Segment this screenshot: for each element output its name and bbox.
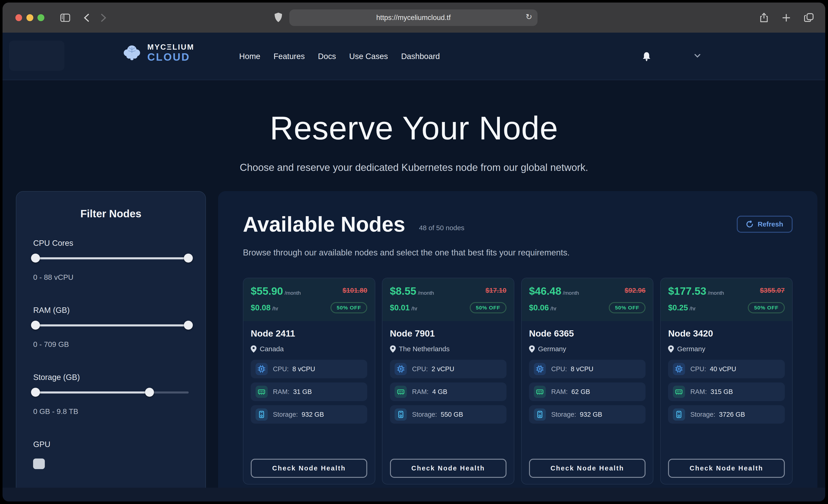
sidebar-toggle-icon[interactable]	[60, 13, 70, 22]
cpu-label: CPU:	[412, 365, 428, 373]
browser-toolbar: https://myceliumcloud.tf ↻	[3, 3, 825, 33]
address-bar[interactable]: https://myceliumcloud.tf ↻	[289, 9, 538, 26]
storage-label: Storage:	[273, 411, 298, 418]
storage-spec-row: Storage: 550 GB	[390, 405, 506, 424]
discount-badge: 50% OFF	[470, 302, 506, 313]
storage-icon	[534, 409, 546, 421]
hourly-price: $0.25	[668, 303, 688, 312]
ram-label: RAM:	[273, 388, 290, 395]
nav-link-docs[interactable]: Docs	[318, 52, 336, 61]
storage-slider[interactable]	[33, 391, 189, 393]
check-node-health-button[interactable]: Check Node Health	[668, 459, 785, 477]
ram-slider-min-handle[interactable]	[31, 321, 40, 330]
filter-label: CPU Cores	[33, 239, 189, 248]
cpu-label: CPU:	[273, 365, 289, 373]
ram-slider[interactable]	[33, 324, 189, 327]
monthly-price: $177.53	[668, 285, 706, 297]
filter-range-text: 0 GB - 9.8 TB	[33, 407, 189, 416]
reload-icon[interactable]: ↻	[526, 12, 532, 22]
new-tab-icon[interactable]	[782, 13, 791, 22]
node-name: Node 3420	[668, 329, 785, 339]
page-subtitle: Choose and reserve your dedicated Kubern…	[3, 162, 825, 173]
check-node-health-button[interactable]: Check Node Health	[390, 459, 506, 477]
node-card: $8.55/month $17.10 $0.01/hr 50% OFF Node…	[382, 278, 514, 485]
refresh-button[interactable]: Refresh	[737, 216, 793, 233]
ram-value: 4 GB	[432, 388, 447, 395]
node-location: Germany	[538, 345, 566, 353]
close-window-button[interactable]	[15, 14, 22, 21]
ram-spec-row: RAM: 62 GB	[529, 382, 646, 401]
monthly-price: $8.55	[390, 285, 416, 297]
storage-label: Storage:	[690, 411, 715, 418]
share-icon[interactable]	[760, 13, 768, 23]
ram-slider-max-handle[interactable]	[184, 321, 193, 330]
location-pin-icon	[529, 345, 535, 353]
price-header: $55.90/month $101.80 $0.08/hr 50% OFF	[243, 278, 375, 321]
forward-icon[interactable]	[101, 13, 106, 22]
ram-value: 62 GB	[571, 388, 590, 395]
section-title: Available Nodes	[243, 212, 405, 237]
cpu-slider-min-handle[interactable]	[31, 254, 40, 262]
cpu-slider[interactable]	[33, 257, 189, 259]
cpu-slider-max-handle[interactable]	[184, 254, 193, 262]
gpu-checkbox[interactable]	[33, 459, 45, 469]
storage-icon	[673, 409, 685, 421]
cpu-icon	[395, 363, 407, 375]
node-location: The Netherlands	[399, 345, 450, 353]
filter-range-text: 0 - 709 GB	[33, 340, 189, 349]
back-icon[interactable]	[84, 13, 89, 22]
cpu-label: CPU:	[551, 365, 567, 373]
filter-ram: RAM (GB) 0 - 709 GB	[33, 306, 189, 348]
ram-value: 31 GB	[293, 388, 312, 395]
nav-link-home[interactable]: Home	[239, 52, 260, 61]
cpu-spec-row: CPU: 40 vCPU	[668, 360, 785, 378]
filter-panel-title: Filter Nodes	[33, 207, 189, 220]
node-location: Germany	[677, 345, 705, 353]
check-node-health-button[interactable]: Check Node Health	[251, 459, 367, 477]
storage-label: Storage:	[412, 411, 437, 418]
notifications-bell-icon[interactable]	[642, 52, 651, 62]
node-card: $177.53/month $355.07 $0.25/hr 50% OFF N…	[660, 278, 793, 485]
original-price: $355.07	[760, 287, 785, 294]
nav-link-features[interactable]: Features	[274, 52, 305, 61]
minimize-window-button[interactable]	[27, 14, 33, 21]
cpu-icon	[255, 363, 268, 375]
check-node-health-button[interactable]: Check Node Health	[529, 459, 646, 477]
brand-logo[interactable]: MYCΞLIUM CLOUD	[121, 42, 194, 64]
storage-slider-max-handle[interactable]	[145, 388, 154, 397]
nav-link-use-cases[interactable]: Use Cases	[349, 52, 388, 61]
filter-gpu: GPU	[33, 440, 189, 469]
filter-range-text: 0 - 88 vCPU	[33, 273, 189, 282]
cpu-value: 2 vCPU	[431, 365, 454, 373]
window-controls	[15, 14, 44, 21]
storage-spec-row: Storage: 932 GB	[251, 405, 367, 424]
per-month-label: /month	[418, 290, 434, 296]
cpu-spec-row: CPU: 2 vCPU	[390, 360, 506, 378]
cpu-spec-row: CPU: 8 vCPU	[251, 360, 367, 378]
hero-section: Reserve Your Node Choose and reserve you…	[3, 80, 825, 173]
ram-icon	[534, 386, 546, 398]
cpu-icon	[534, 363, 546, 375]
hourly-price: $0.06	[529, 303, 549, 312]
tab-overview-icon[interactable]	[804, 13, 814, 22]
filter-label: Storage (GB)	[33, 373, 189, 382]
hourly-price: $0.08	[251, 303, 271, 312]
brand-name-bottom: CLOUD	[147, 52, 194, 62]
discount-badge: 50% OFF	[748, 302, 785, 313]
mycelium-cloud-logo-icon	[121, 42, 142, 64]
storage-value: 550 GB	[441, 411, 463, 418]
node-cards-grid: $55.90/month $101.80 $0.08/hr 50% OFF No…	[243, 278, 793, 485]
cpu-value: 8 vCPU	[571, 365, 593, 373]
ram-spec-row: RAM: 31 GB	[251, 382, 367, 401]
nav-link-dashboard[interactable]: Dashboard	[401, 52, 440, 61]
per-month-label: /month	[285, 290, 301, 296]
storage-slider-min-handle[interactable]	[31, 388, 40, 397]
cpu-value: 8 vCPU	[292, 365, 315, 373]
account-chevron-down-icon[interactable]	[694, 54, 701, 58]
zoom-window-button[interactable]	[37, 14, 44, 21]
storage-label: Storage:	[551, 411, 576, 418]
original-price: $17.10	[485, 287, 506, 294]
filter-cpu-cores: CPU Cores 0 - 88 vCPU	[33, 239, 189, 282]
url-text: https://myceliumcloud.tf	[376, 13, 451, 22]
filter-label: GPU	[33, 440, 189, 449]
